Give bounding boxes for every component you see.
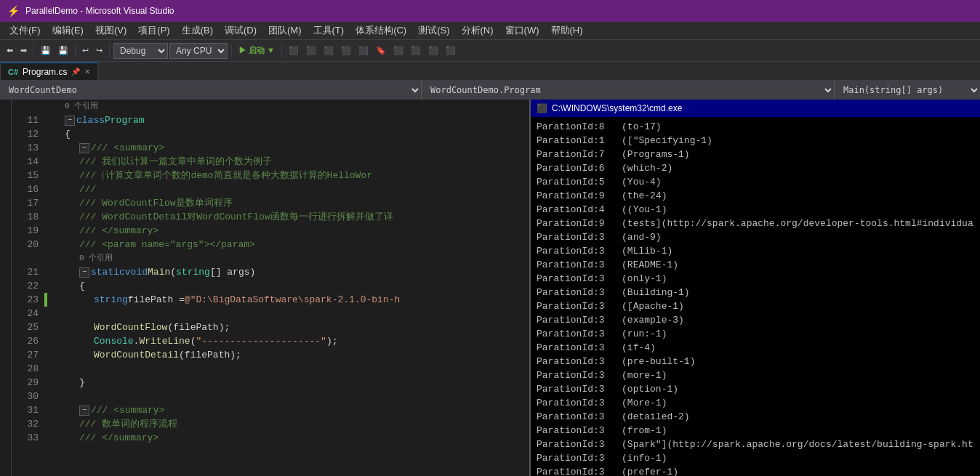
namespace-select[interactable]: WordCountDemo	[0, 81, 422, 100]
cmd-line-19: ParationId:3 (option-1)	[537, 382, 974, 396]
toolbar-btn-extra7[interactable]: ⬛	[390, 44, 406, 57]
start-button[interactable]: ▶ 启动 ▼	[236, 44, 278, 57]
cmd-line-3: ParationId:6 (which-2)	[537, 161, 974, 175]
cmd-title-text: C:\WINDOWS\system32\cmd.exe	[552, 103, 682, 113]
toolbar-redo-btn[interactable]: ↪	[93, 44, 105, 57]
platform-select[interactable]: Any CPU	[169, 43, 228, 59]
tab-icon: C#	[8, 68, 18, 76]
line-num-spacer2: ·	[12, 251, 39, 265]
toolbar-sep-2	[75, 44, 76, 58]
cmd-line-7: ParationId:9 (tests](http://spark.apache…	[537, 217, 974, 230]
tab-close-btn[interactable]: ✕	[84, 68, 90, 76]
menu-team[interactable]: 团队(M)	[262, 22, 308, 39]
line-num-15: 15	[12, 169, 39, 182]
line-num-19: 19	[12, 224, 39, 238]
line-num-23: 23	[12, 293, 39, 307]
cmd-icon: ⬛	[537, 103, 547, 113]
menu-project[interactable]: 项目(P)	[132, 22, 175, 39]
line-num-18: 18	[12, 210, 39, 224]
line-num-30: 30	[12, 390, 39, 403]
line-num-11: 11	[12, 113, 39, 127]
collapse-21[interactable]: −	[79, 267, 89, 278]
toolbar-btn-extra1[interactable]: ⬛	[286, 44, 302, 57]
line-num-13: 13	[12, 141, 39, 155]
menu-file[interactable]: 文件(F)	[4, 22, 47, 39]
cmd-line-8: ParationId:3 (and-9)	[537, 230, 974, 244]
tab-label: Program.cs	[23, 67, 67, 77]
menu-edit[interactable]: 编辑(E)	[47, 22, 89, 39]
toolbar-btn-extra6[interactable]: 🔖	[373, 44, 389, 57]
line-num-29: 29	[12, 376, 39, 390]
cmd-line-10: ParationId:3 (README-1)	[537, 258, 974, 272]
line-num-27: 27	[12, 348, 39, 362]
debug-mode-select[interactable]: Debug Release	[113, 43, 168, 59]
class-select[interactable]: WordCountDemo.Program	[422, 81, 835, 100]
line-num-spacer: 0	[12, 100, 39, 113]
cmd-line-1: ParationId:1 (["Specifying-1)	[537, 134, 974, 148]
menu-debug[interactable]: 调试(D)	[219, 22, 262, 39]
line-num-28: 28	[12, 362, 39, 376]
menu-analyze[interactable]: 分析(N)	[456, 22, 499, 39]
cmd-line-23: ParationId:3 (Spark"](http://spark.apach…	[537, 437, 974, 451]
location-bar: WordCountDemo WordCountDemo.Program Main…	[0, 81, 980, 100]
toolbar-btn-extra8[interactable]: ⬛	[408, 44, 424, 57]
toolbar-back-btn[interactable]: ⬅	[4, 44, 16, 57]
cmd-line-0: ParationId:8 (to-17)	[537, 120, 974, 134]
bookmark-margin	[0, 100, 12, 476]
line-numbers: 0 11 12 13 14 15 16 17 18 19 20 · 21 22 …	[12, 100, 44, 476]
cmd-line-13: ParationId:3 ([Apache-1)	[537, 299, 974, 313]
cmd-line-14: ParationId:3 (example-3)	[537, 313, 974, 327]
main-content: 0 11 12 13 14 15 16 17 18 19 20 · 21 22 …	[0, 100, 980, 476]
cmd-line-11: ParationId:3 (only-1)	[537, 272, 974, 286]
title-bar: ⚡ ParallelDemo - Microsoft Visual Studio	[0, 0, 980, 22]
toolbar-sep-3	[109, 44, 110, 58]
toolbar-btn-extra2[interactable]: ⬛	[303, 44, 319, 57]
toolbar-undo-btn[interactable]: ↩	[79, 44, 92, 57]
line-num-16: 16	[12, 182, 39, 196]
cmd-line-24: ParationId:3 (info-1)	[537, 451, 974, 465]
cmd-line-20: ParationId:3 (More-1)	[537, 396, 974, 410]
line-num-17: 17	[12, 196, 39, 210]
toolbar-btn-extra5[interactable]: ⬛	[356, 44, 371, 57]
line-num-20: 20	[12, 238, 39, 251]
line-num-26: 26	[12, 334, 39, 348]
toolbar-btn-extra10[interactable]: ⬛	[443, 44, 459, 57]
menu-window[interactable]: 窗口(W)	[499, 22, 545, 39]
line-num-12: 12	[12, 127, 39, 141]
cmd-line-5: ParationId:9 (the-24)	[537, 189, 974, 203]
title-text: ParallelDemo - Microsoft Visual Studio	[25, 6, 174, 16]
collapse-13[interactable]: −	[79, 143, 89, 153]
toolbar-sep-1	[33, 44, 34, 58]
tab-program-cs[interactable]: C# Program.cs 📌 ✕	[0, 62, 98, 80]
toolbar-btn-extra4[interactable]: ⬛	[338, 44, 354, 57]
cmd-line-4: ParationId:5 (You-4)	[537, 175, 974, 189]
line-num-31: 31	[12, 403, 39, 417]
line-num-22: 22	[12, 279, 39, 293]
menu-build[interactable]: 生成(B)	[176, 22, 219, 39]
tab-pin-icon: 📌	[71, 68, 80, 76]
method-select[interactable]: Main(string[] args)	[835, 81, 980, 100]
toolbar-save-all-btn[interactable]: 💾	[55, 44, 71, 57]
menu-tools[interactable]: 工具(T)	[308, 22, 350, 39]
menu-arch[interactable]: 体系结构(C)	[350, 22, 412, 39]
cmd-line-25: ParationId:3 (prefer-1)	[537, 465, 974, 476]
menu-help[interactable]: 帮助(H)	[545, 22, 589, 39]
menu-test[interactable]: 测试(S)	[412, 22, 455, 39]
collapse-31[interactable]: −	[79, 406, 89, 416]
toolbar-btn-extra3[interactable]: ⬛	[321, 44, 337, 57]
menu-view[interactable]: 视图(V)	[89, 22, 132, 39]
toolbar-btn-extra9[interactable]: ⬛	[425, 44, 441, 57]
cmd-line-16: ParationId:3 (if-4)	[537, 341, 974, 355]
cmd-line-9: ParationId:3 (MLlib-1)	[537, 244, 974, 258]
line-num-33: 33	[12, 431, 39, 445]
toolbar-forward-btn[interactable]: ➡	[17, 44, 30, 57]
toolbar-save-btn[interactable]: 💾	[38, 44, 54, 57]
cmd-line-15: ParationId:3 (run:-1)	[537, 327, 974, 341]
editor-area[interactable]: 0 11 12 13 14 15 16 17 18 19 20 · 21 22 …	[0, 100, 980, 476]
collapse-11[interactable]: −	[65, 116, 75, 126]
cmd-line-12: ParationId:3 (Building-1)	[537, 286, 974, 299]
cmd-window: ⬛ C:\WINDOWS\system32\cmd.exe ParationId…	[529, 100, 980, 476]
menu-bar: 文件(F) 编辑(E) 视图(V) 项目(P) 生成(B) 调试(D) 团队(M…	[0, 22, 980, 40]
line-num-24: 24	[12, 307, 39, 320]
toolbar: ⬅ ➡ 💾 💾 ↩ ↪ Debug Release Any CPU ▶ 启动 ▼…	[0, 40, 980, 62]
